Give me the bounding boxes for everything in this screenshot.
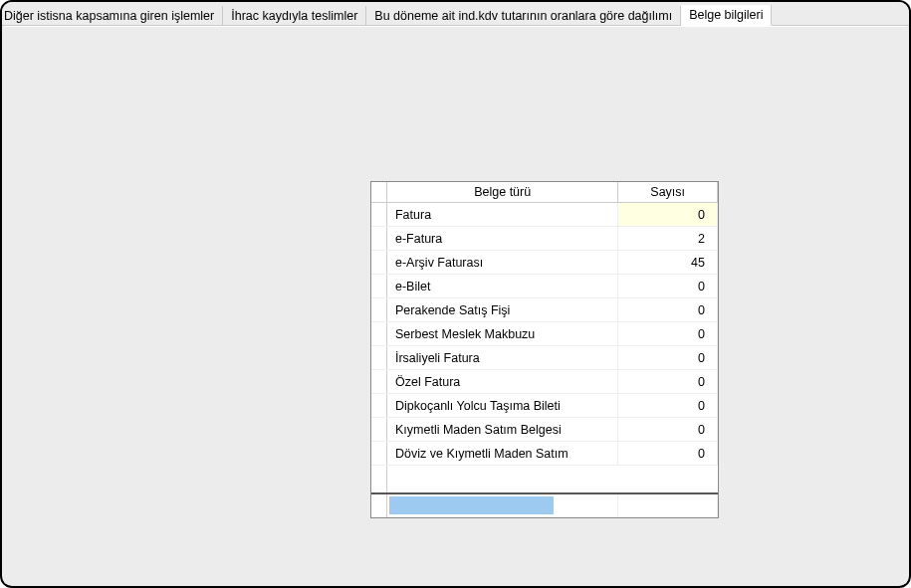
table-header-row: Belge türü Sayısı (371, 182, 718, 203)
cell-document-type[interactable]: e-Bilet (386, 275, 617, 298)
table-row[interactable]: e-Fatura2 (371, 227, 718, 251)
row-selector[interactable] (371, 322, 386, 346)
column-header-type[interactable]: Belge türü (386, 182, 617, 203)
cell-document-type[interactable]: Perakende Satış Fişi (386, 298, 617, 322)
row-selector[interactable] (371, 227, 386, 251)
app-window: Diğer istisna kapsamına giren işlemler İ… (0, 0, 911, 588)
footer-selection[interactable] (389, 496, 554, 514)
row-selector[interactable] (371, 370, 386, 394)
cell-document-type[interactable]: e-Arşiv Faturası (386, 251, 617, 275)
row-selector[interactable] (371, 442, 386, 466)
cell-document-count[interactable]: 0 (618, 203, 718, 227)
cell-document-type[interactable]: e-Fatura (386, 227, 617, 251)
table-spacer (371, 466, 718, 493)
row-selector[interactable] (371, 203, 386, 227)
cell-document-count[interactable]: 45 (618, 251, 718, 275)
row-selector[interactable] (371, 251, 386, 275)
cell-document-type[interactable]: Kıymetli Maden Satım Belgesi (386, 418, 617, 442)
cell-document-type[interactable]: İrsaliyeli Fatura (386, 346, 617, 370)
table-row[interactable]: Perakende Satış Fişi0 (371, 298, 718, 322)
table-row[interactable]: e-Arşiv Faturası45 (371, 251, 718, 275)
table-row[interactable]: e-Bilet0 (371, 275, 718, 298)
table-footer-row (371, 493, 718, 517)
cell-document-count[interactable]: 0 (618, 418, 718, 442)
cell-document-count[interactable]: 0 (618, 275, 718, 298)
tab-deductible-vat-distribution[interactable]: Bu döneme ait ind.kdv tutarının oranlara… (366, 6, 681, 26)
table-row[interactable]: Fatura0 (371, 203, 718, 227)
cell-document-count[interactable]: 0 (618, 442, 718, 466)
tab-other-exemptions[interactable]: Diğer istisna kapsamına giren işlemler (2, 6, 223, 26)
tabbar: Diğer istisna kapsamına giren işlemler İ… (2, 2, 909, 26)
table-row[interactable]: İrsaliyeli Fatura0 (371, 346, 718, 370)
cell-document-count[interactable]: 2 (618, 227, 718, 251)
table-row[interactable]: Dipkoçanlı Yolcu Taşıma Bileti0 (371, 394, 718, 418)
cell-document-count[interactable]: 0 (618, 370, 718, 394)
cell-document-count[interactable]: 0 (618, 298, 718, 322)
document-table: Belge türü Sayısı Fatura0e-Fatura2e-Arşi… (370, 181, 719, 518)
table-row[interactable]: Döviz ve Kıymetli Maden Satım0 (371, 442, 718, 466)
cell-document-type[interactable]: Özel Fatura (386, 370, 617, 394)
cell-document-type[interactable]: Serbest Meslek Makbuzu (386, 322, 617, 346)
cell-document-count[interactable]: 0 (618, 322, 718, 346)
tab-document-info[interactable]: Belge bilgileri (681, 5, 772, 26)
table-row[interactable]: Özel Fatura0 (371, 370, 718, 394)
cell-document-type[interactable]: Fatura (386, 203, 617, 227)
cell-document-count[interactable]: 0 (618, 346, 718, 370)
row-selector[interactable] (371, 346, 386, 370)
cell-document-type[interactable]: Döviz ve Kıymetli Maden Satım (386, 442, 617, 466)
tab-content: Belge türü Sayısı Fatura0e-Fatura2e-Arşi… (4, 26, 907, 584)
table-row[interactable]: Serbest Meslek Makbuzu0 (371, 322, 718, 346)
cell-document-type[interactable]: Dipkoçanlı Yolcu Taşıma Bileti (386, 394, 617, 418)
row-selector-header (371, 182, 386, 203)
table-row[interactable]: Kıymetli Maden Satım Belgesi0 (371, 418, 718, 442)
row-selector[interactable] (371, 275, 386, 298)
column-header-count[interactable]: Sayısı (618, 182, 718, 203)
tab-export-registered[interactable]: İhrac kaydıyla teslimler (223, 6, 366, 26)
row-selector[interactable] (371, 418, 386, 442)
cell-document-count[interactable]: 0 (618, 394, 718, 418)
row-selector[interactable] (371, 394, 386, 418)
row-selector[interactable] (371, 298, 386, 322)
